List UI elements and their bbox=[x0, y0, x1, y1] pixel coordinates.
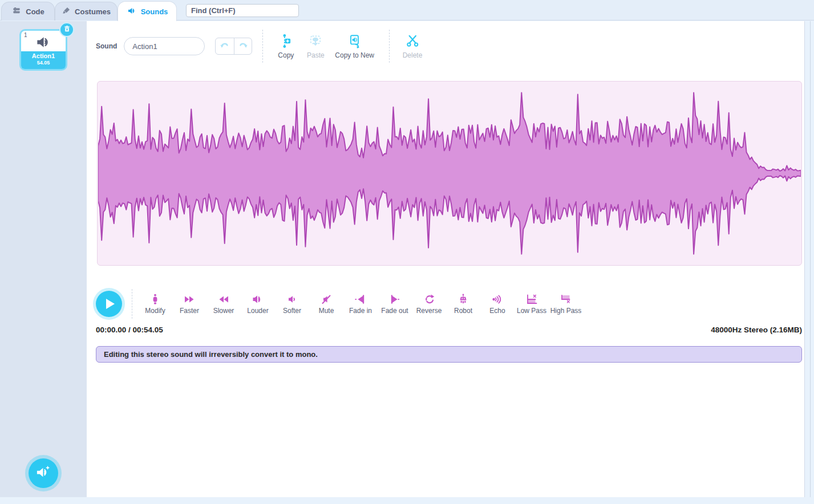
copy-selection-icon bbox=[279, 34, 293, 51]
effect-fade-out-button[interactable]: Fade out bbox=[378, 293, 412, 315]
effect-low-pass-button[interactable]: Low Pass bbox=[515, 293, 549, 315]
redo-icon bbox=[238, 41, 248, 51]
sound-name-label: Sound bbox=[96, 42, 117, 50]
sound-editor-panel: Sound Copy bbox=[87, 21, 805, 497]
fast-forward-icon bbox=[183, 293, 196, 306]
status-row: 00:00.00 / 00:54.05 48000Hz Stereo (2.16… bbox=[96, 326, 802, 334]
stereo-notice: Editing this stereo sound will irreversi… bbox=[96, 346, 802, 363]
tab-code[interactable]: Code bbox=[1, 2, 55, 21]
speaker-mute-icon bbox=[320, 293, 333, 306]
tab-bar: Code Costumes Sounds bbox=[0, 0, 814, 21]
undo-icon bbox=[220, 41, 230, 51]
effect-mute-button[interactable]: Mute bbox=[309, 293, 343, 315]
rewind-icon bbox=[217, 293, 230, 306]
sound-list-item[interactable]: 1 Action1 54.05 bbox=[19, 29, 67, 71]
effect-echo-button[interactable]: Echo bbox=[480, 293, 515, 315]
effect-louder-button[interactable]: Louder bbox=[241, 293, 275, 315]
copy-to-new-button[interactable]: Copy to New bbox=[330, 34, 379, 59]
speaker-soft-icon bbox=[286, 293, 298, 306]
high-pass-icon bbox=[560, 293, 572, 306]
tab-costumes[interactable]: Costumes bbox=[55, 2, 118, 21]
effect-faster-button[interactable]: Faster bbox=[172, 293, 206, 315]
sound-list-sidebar: 1 Action1 54.05 bbox=[0, 21, 87, 497]
speaker-icon bbox=[127, 6, 137, 17]
redo-button[interactable] bbox=[234, 38, 252, 54]
copy-to-new-label: Copy to New bbox=[335, 51, 374, 59]
fade-in-icon bbox=[354, 293, 367, 306]
sound-tile-footer: Action1 54.05 bbox=[21, 51, 66, 69]
stage-panel-edge bbox=[810, 21, 811, 497]
paste-label: Paste bbox=[307, 51, 325, 59]
delete-sound-badge[interactable] bbox=[59, 22, 74, 37]
play-button[interactable] bbox=[96, 291, 122, 317]
effects-row: Modify Faster Slower Louder bbox=[96, 287, 583, 321]
effect-modify-button[interactable]: Modify bbox=[138, 293, 172, 315]
scissors-icon bbox=[406, 34, 419, 51]
effect-high-pass-button[interactable]: High Pass bbox=[549, 293, 583, 315]
format-info: 48000Hz Stereo (2.16MB) bbox=[711, 326, 802, 334]
tab-sounds[interactable]: Sounds bbox=[118, 1, 177, 21]
tab-code-label: Code bbox=[26, 7, 44, 16]
paste-button[interactable]: Paste bbox=[301, 34, 330, 59]
effect-reverse-button[interactable]: Reverse bbox=[412, 293, 446, 315]
play-icon bbox=[106, 299, 115, 309]
effect-fade-in-button[interactable]: Fade in bbox=[343, 293, 378, 315]
sound-editor-app: Code Costumes Sounds 1 Action1 54.05 bbox=[0, 0, 814, 504]
tab-sounds-label: Sounds bbox=[141, 7, 168, 16]
add-sound-button[interactable] bbox=[29, 458, 58, 488]
sound-thumbnail-speaker-icon bbox=[21, 35, 66, 50]
delete-label: Delete bbox=[403, 51, 423, 59]
code-blocks-icon bbox=[11, 6, 22, 17]
playback-time: 00:00.00 / 00:54.05 bbox=[96, 326, 163, 334]
trash-icon bbox=[63, 25, 71, 35]
find-input[interactable] bbox=[186, 4, 299, 17]
add-sound-speaker-icon bbox=[35, 465, 51, 482]
echo-icon bbox=[491, 293, 504, 306]
paintbrush-icon bbox=[62, 6, 71, 17]
delete-button[interactable]: Delete bbox=[398, 34, 427, 59]
effect-softer-button[interactable]: Softer bbox=[275, 293, 309, 315]
sound-name: Action1 bbox=[21, 52, 66, 60]
copy-label: Copy bbox=[278, 51, 294, 59]
speaker-loud-icon bbox=[252, 293, 264, 306]
fade-out-icon bbox=[388, 293, 401, 306]
undo-button[interactable] bbox=[216, 38, 233, 54]
toolbar-divider bbox=[262, 30, 263, 63]
waveform[interactable] bbox=[98, 92, 801, 254]
undo-redo-group bbox=[215, 38, 252, 55]
effect-robot-button[interactable]: Robot bbox=[446, 293, 480, 315]
sound-name-input[interactable] bbox=[124, 37, 205, 55]
editor-toolbar: Sound Copy bbox=[96, 35, 427, 58]
low-pass-icon bbox=[525, 293, 538, 306]
toolbar-divider-2 bbox=[389, 30, 390, 63]
copy-button[interactable]: Copy bbox=[271, 34, 301, 59]
paste-icon bbox=[309, 34, 322, 51]
stereo-notice-text: Editing this stereo sound will irreversi… bbox=[104, 350, 318, 359]
copy-to-new-icon bbox=[348, 34, 362, 51]
robot-icon bbox=[457, 293, 469, 306]
reverse-icon bbox=[423, 293, 435, 306]
sound-duration: 54.05 bbox=[21, 60, 66, 66]
tab-costumes-label: Costumes bbox=[75, 7, 111, 16]
effects-divider bbox=[132, 289, 132, 319]
waveform-panel[interactable] bbox=[97, 81, 802, 266]
microphone-icon bbox=[149, 293, 161, 306]
effect-slower-button[interactable]: Slower bbox=[206, 293, 241, 315]
